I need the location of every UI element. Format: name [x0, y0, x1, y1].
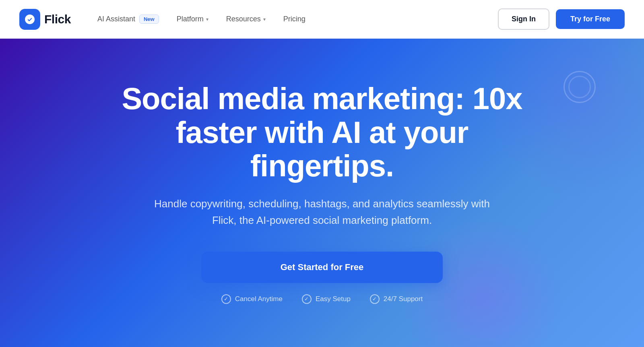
hero-title: Social media marketing: 10x faster with …	[101, 82, 543, 183]
logo[interactable]: Flick	[19, 9, 71, 30]
nav-item-ai-assistant[interactable]: AI Assistant New	[90, 11, 166, 27]
platform-chevron-icon: ▾	[206, 17, 208, 22]
hero-subtitle: Handle copywriting, scheduling, hashtags…	[141, 196, 503, 229]
logo-icon	[19, 9, 40, 30]
new-badge: New	[139, 14, 159, 24]
resources-chevron-icon: ▾	[263, 17, 266, 22]
flick-logo-svg	[24, 13, 36, 25]
hero-section: Social media marketing: 10x faster with …	[0, 39, 644, 347]
nav-item-resources[interactable]: Resources ▾	[219, 12, 273, 27]
nav-item-platform[interactable]: Platform ▾	[169, 12, 216, 27]
sign-in-button[interactable]: Sign In	[498, 8, 549, 30]
navbar-left: Flick AI Assistant New Platform ▾ Resour…	[19, 9, 313, 30]
support-check-icon: ✓	[370, 294, 380, 304]
nav-links: AI Assistant New Platform ▾ Resources ▾ …	[90, 11, 313, 27]
trust-badges: ✓ Cancel Anytime ✓ Easy Setup ✓ 24/7 Sup…	[221, 294, 423, 304]
nav-platform-label: Platform	[177, 15, 204, 23]
cancel-anytime-label: Cancel Anytime	[235, 295, 283, 303]
support-label: 24/7 Support	[384, 295, 423, 303]
nav-resources-label: Resources	[226, 15, 261, 23]
trust-item-cancel: ✓ Cancel Anytime	[221, 294, 283, 304]
navbar-right: Sign In Try for Free	[498, 8, 625, 30]
navbar: Flick AI Assistant New Platform ▾ Resour…	[0, 0, 644, 39]
easy-setup-label: Easy Setup	[316, 295, 351, 303]
try-free-button[interactable]: Try for Free	[556, 9, 625, 29]
trust-item-support: ✓ 24/7 Support	[370, 294, 423, 304]
hero-decoration	[564, 71, 596, 103]
nav-ai-assistant-label: AI Assistant	[97, 15, 135, 23]
trust-item-setup: ✓ Easy Setup	[302, 294, 351, 304]
setup-check-icon: ✓	[302, 294, 312, 304]
nav-pricing-label: Pricing	[283, 15, 305, 23]
nav-item-pricing[interactable]: Pricing	[276, 12, 313, 27]
cancel-check-icon: ✓	[221, 294, 231, 304]
cta-button[interactable]: Get Started for Free	[201, 252, 443, 283]
logo-text: Flick	[44, 12, 71, 26]
